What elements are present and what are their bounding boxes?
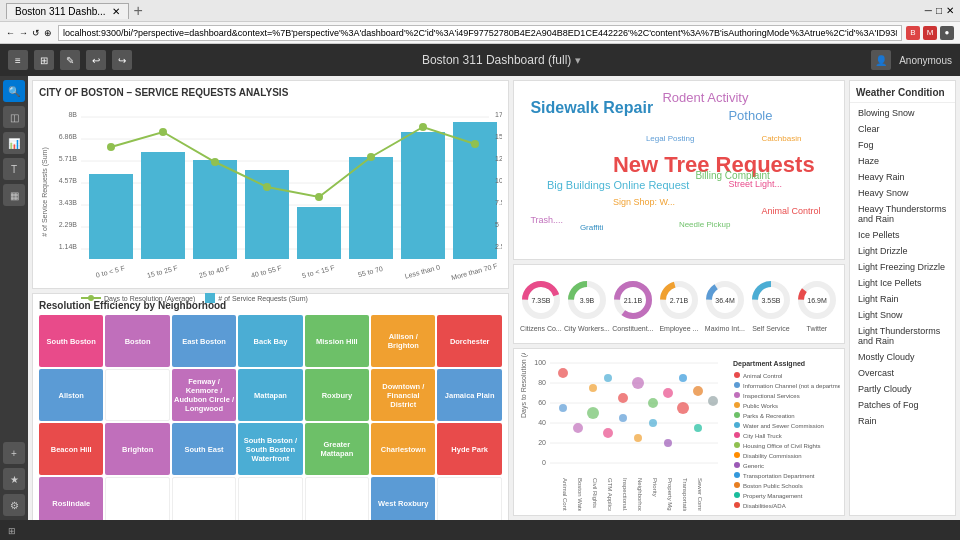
sidebar-icon-text[interactable]: T [3,158,25,180]
browser-tab[interactable]: Boston 311 Dashb... ✕ [6,3,129,19]
donut-item[interactable]: 7.3SB Citizens Co... [518,277,564,332]
weather-list-item[interactable]: Light Ice Pellets [850,275,955,291]
weather-list-item[interactable]: Mostly Cloudy [850,349,955,365]
undo-icon[interactable]: ↩ [86,50,106,70]
wordcloud-word[interactable]: Sidewalk Repair [530,99,653,117]
wordcloud-word[interactable]: Catchbasin [761,134,801,143]
neighborhood-cell[interactable] [305,477,369,520]
minimize-button[interactable]: ─ [925,5,932,16]
bar-1[interactable] [89,174,133,259]
wordcloud-word[interactable]: Legal Posting [646,134,694,143]
weather-list-item[interactable]: Clear [850,121,955,137]
weather-list-item[interactable]: Partly Cloudy [850,381,955,397]
tab-close-icon[interactable]: ✕ [112,6,120,17]
sidebar-icon-chart[interactable]: 📊 [3,132,25,154]
neighborhood-cell[interactable]: Beacon Hill [39,423,103,475]
back-button[interactable]: ← [6,28,15,38]
neighborhood-cell[interactable]: South Boston / South Boston Waterfront [238,423,302,475]
weather-list-item[interactable]: Heavy Rain [850,169,955,185]
sidebar-icon-add[interactable]: + [3,442,25,464]
neighborhood-cell[interactable]: Charlestown [371,423,435,475]
neighborhood-cell[interactable]: Roxbury [305,369,369,421]
url-input[interactable] [58,25,902,41]
neighborhood-cell[interactable]: Back Bay [238,315,302,367]
neighborhood-cell[interactable]: Dorchester [437,315,501,367]
grid-icon[interactable]: ⊞ [34,50,54,70]
donut-item[interactable]: 3.9B City Workers... [564,277,610,332]
neighborhood-cell[interactable] [172,477,236,520]
weather-list-item[interactable]: Heavy Thunderstorms and Rain [850,201,955,227]
neighborhood-cell[interactable]: Jamaica Plain [437,369,501,421]
weather-list-item[interactable]: Haze [850,153,955,169]
weather-list-item[interactable]: Light Thunderstorms and Rain [850,323,955,349]
extension-icon-3[interactable]: ● [940,26,954,40]
edit-icon[interactable]: ✎ [60,50,80,70]
bar-7[interactable] [401,132,445,259]
donut-item[interactable]: 2.71B Employee ... [656,277,702,332]
neighborhood-cell[interactable]: West Roxbury [371,477,435,520]
reload-button[interactable]: ↺ [32,28,40,38]
weather-list-item[interactable]: Light Rain [850,291,955,307]
weather-list-item[interactable]: Blowing Snow [850,105,955,121]
wordcloud-word[interactable]: Rodent Activity [662,90,748,105]
sidebar-icon-star[interactable]: ★ [3,468,25,490]
wordcloud-word[interactable]: Street Light... [728,179,782,189]
app-menu-icon[interactable]: ≡ [8,50,28,70]
wordcloud-word[interactable]: Sign Shop: W... [613,197,675,207]
forward-button[interactable]: → [19,28,28,38]
neighborhood-cell[interactable]: South Boston [39,315,103,367]
neighborhood-cell[interactable]: Downtown / Financial District [371,369,435,421]
weather-list-item[interactable]: Overcast [850,365,955,381]
sidebar-icon-settings[interactable]: ⚙ [3,494,25,516]
donut-item[interactable]: 16.9M Twitter [794,277,840,332]
neighborhood-cell[interactable]: Fenway / Kenmore / Audubon Circle / Long… [172,369,236,421]
dropdown-icon[interactable]: ▾ [575,54,581,67]
neighborhood-cell[interactable]: Mattapan [238,369,302,421]
neighborhood-cell[interactable]: Allison / Brighton [371,315,435,367]
sidebar-icon-bar[interactable]: ▦ [3,184,25,206]
neighborhood-cell[interactable] [105,369,169,421]
new-tab-icon[interactable]: + [133,2,142,20]
neighborhood-cell[interactable] [238,477,302,520]
extension-icon-2[interactable]: M [923,26,937,40]
wordcloud-word[interactable]: Trash.... [530,215,563,225]
weather-list-item[interactable]: Patches of Fog [850,397,955,413]
weather-list-item[interactable]: Light Freezing Drizzle [850,259,955,275]
bar-6[interactable] [349,157,393,259]
neighborhood-cell[interactable] [105,477,169,520]
weather-list-item[interactable]: Ice Pellets [850,227,955,243]
neighborhood-cell[interactable]: Mission Hill [305,315,369,367]
weather-list-item[interactable]: Heavy Snow [850,185,955,201]
neighborhood-cell[interactable]: Roslindale [39,477,103,520]
donut-item[interactable]: 3.5SB Self Service [748,277,794,332]
sidebar-icon-search[interactable]: 🔍 [3,80,25,102]
new-tab-button[interactable]: ⊕ [44,28,52,38]
donut-item[interactable]: 36.4M Maximo Int... [702,277,748,332]
donut-item[interactable]: 21.1B Constituent... [610,277,656,332]
bar-5[interactable] [297,207,341,259]
notifications-icon[interactable]: 👤 [871,50,891,70]
neighborhood-cell[interactable]: Boston [105,315,169,367]
neighborhood-cell[interactable] [437,477,501,520]
weather-list-item[interactable]: Rain [850,413,955,429]
extension-icon-1[interactable]: B [906,26,920,40]
neighborhood-cell[interactable]: South East [172,423,236,475]
sidebar-icon-layers[interactable]: ◫ [3,106,25,128]
wordcloud-word[interactable]: Big Buildings Online Request [547,179,689,191]
neighborhood-cell[interactable]: East Boston [172,315,236,367]
weather-list-item[interactable]: Fog [850,137,955,153]
wordcloud-word[interactable]: Animal Control [761,206,820,216]
weather-list-item[interactable]: Light Drizzle [850,243,955,259]
maximize-button[interactable]: □ [936,5,942,16]
neighborhood-cell[interactable]: Hyde Park [437,423,501,475]
weather-list-item[interactable]: Light Snow [850,307,955,323]
neighborhood-cell[interactable]: Allston [39,369,103,421]
bar-3[interactable] [193,160,237,259]
wordcloud-word[interactable]: Pothole [728,108,772,123]
wordcloud-word[interactable]: Graffiti [580,223,603,232]
close-button[interactable]: ✕ [946,5,954,16]
bar-2[interactable] [141,152,185,259]
neighborhood-cell[interactable]: Brighton [105,423,169,475]
redo-icon[interactable]: ↪ [112,50,132,70]
wordcloud-word[interactable]: Needle Pickup [679,220,731,229]
